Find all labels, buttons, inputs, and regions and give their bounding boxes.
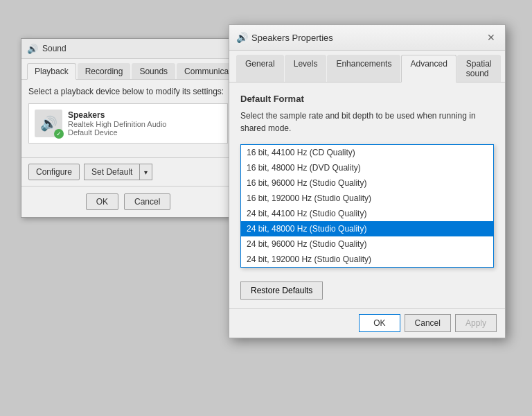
default-check: ✓ [54,129,64,139]
sound-icon: 🔊 [27,43,38,54]
dropdown-item-5[interactable]: 24 bit, 48000 Hz (Studio Quality) [241,221,493,236]
sound-ok-button[interactable]: OK [86,193,118,210]
speakers-cancel-button[interactable]: Cancel [405,314,451,332]
speakers-apply-button[interactable]: Apply [455,314,497,332]
sp-tab-advanced[interactable]: Advanced [401,55,456,83]
playback-description: Select a playback device below to modify… [28,87,228,96]
dropdown-item-7[interactable]: 24 bit, 192000 Hz (Studio Quality) [241,252,493,267]
dropdown-item-2[interactable]: 16 bit, 96000 Hz (Studio Quality) [241,175,493,191]
close-button[interactable]: ✕ [484,31,498,44]
configure-button[interactable]: Configure [28,164,80,180]
sound-dialog-body: Select a playback device below to modify… [21,80,235,157]
speakers-footer: OK Cancel Apply [229,308,505,338]
format-dropdown[interactable]: 16 bit, 44100 Hz (CD Quality) 16 bit, 48… [240,144,494,268]
speaker-icon: 🔊 [40,115,57,132]
speakers-title-icon: 🔊 [236,32,247,43]
restore-defaults-button[interactable]: Restore Defaults [240,281,323,300]
device-icon: 🔊 ✓ [35,110,62,137]
sound-dialog-titlebar: 🔊 Sound [21,39,235,59]
tab-recording[interactable]: Recording [78,63,131,79]
speakers-tabs: General Levels Enhancements Advanced Spa… [229,51,505,83]
sound-dialog-title: Sound [42,44,66,53]
dropdown-item-1[interactable]: 16 bit, 48000 Hz (DVD Quality) [241,160,493,175]
sp-tab-levels[interactable]: Levels [285,55,327,82]
sound-dialog: 🔊 Sound Playback Recording Sounds Commun… [21,38,236,218]
sp-tab-general[interactable]: General [236,55,284,82]
sp-tab-enhancements[interactable]: Enhancements [327,55,400,82]
dropdown-item-4[interactable]: 24 bit, 44100 Hz (Studio Quality) [241,206,493,221]
set-default-group: Set Default ▾ [84,164,152,180]
speakers-body: Default Format Select the sample rate an… [229,83,505,308]
sp-tab-spatial[interactable]: Spatial sound [457,55,501,82]
dropdown-item-3[interactable]: 16 bit, 192000 Hz (Studio Quality) [241,191,493,206]
device-name: Speakers [68,110,222,120]
sound-dialog-bottom: Configure Set Default ▾ [21,157,235,186]
section-title: Default Format [240,94,494,104]
device-item-speakers[interactable]: 🔊 ✓ Speakers Realtek High Definition Aud… [29,104,227,143]
section-desc: Select the sample rate and bit depth to … [240,110,494,135]
device-sub1: Realtek High Definition Audio [68,120,222,128]
speakers-dialog: 🔊 Speakers Properties ✕ General Levels E… [229,24,506,338]
device-list: 🔊 ✓ Speakers Realtek High Definition Aud… [28,103,228,144]
speakers-titlebar: 🔊 Speakers Properties ✕ [229,25,505,51]
speakers-ok-button[interactable]: OK [359,314,400,332]
sound-tabs: Playback Recording Sounds Communications [21,59,235,80]
speakers-title-left: 🔊 Speakers Properties [236,32,333,43]
set-default-button[interactable]: Set Default [84,164,139,180]
tab-sounds[interactable]: Sounds [132,63,175,79]
sound-cancel-button[interactable]: Cancel [124,193,170,210]
set-default-arrow-button[interactable]: ▾ [139,164,152,180]
device-sub2: Default Device [68,128,222,137]
dropdown-item-0[interactable]: 16 bit, 44100 Hz (CD Quality) [241,145,493,160]
device-info: Speakers Realtek High Definition Audio D… [68,110,222,137]
tab-playback[interactable]: Playback [27,63,76,80]
sound-dialog-footer: OK Cancel [21,186,235,217]
dropdown-item-6[interactable]: 24 bit, 96000 Hz (Studio Quality) [241,236,493,252]
speakers-title-text: Speakers Properties [251,33,333,43]
